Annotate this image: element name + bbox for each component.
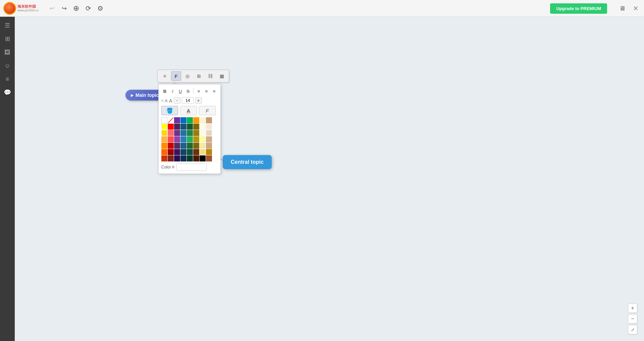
toolbar-font-btn[interactable]: F	[171, 71, 181, 81]
color-violet[interactable]	[174, 136, 180, 142]
color-tan[interactable]	[206, 117, 212, 123]
color-darkyellow[interactable]	[193, 124, 199, 130]
color-row-7	[161, 155, 218, 161]
color-steelblue[interactable]	[180, 149, 186, 155]
underline-btn[interactable]: U	[177, 87, 184, 95]
color-burntred[interactable]	[161, 149, 167, 155]
color-peach[interactable]	[161, 136, 167, 142]
toolbar-link-btn[interactable]: ⛓	[205, 71, 215, 81]
toolbar-shape-btn[interactable]: ◎	[182, 71, 193, 81]
color-gold[interactable]	[161, 130, 167, 136]
color-mediumgreen[interactable]	[187, 130, 193, 136]
color-goldenrod[interactable]	[206, 149, 212, 155]
undo-icon[interactable]: ↩	[47, 4, 57, 13]
color-deepviolet[interactable]	[174, 143, 180, 149]
connection-lines	[15, 17, 644, 341]
align-center-btn[interactable]: ≡	[203, 87, 210, 95]
topbar-right-icons: 🖥 ✕	[617, 0, 641, 17]
zoom-fit-btn[interactable]: ⤢	[628, 325, 637, 334]
color-scarlet[interactable]	[161, 155, 167, 161]
color-midnight[interactable]	[180, 155, 186, 161]
highlight-color-btn[interactable]: 🪣	[161, 106, 178, 115]
refresh-icon[interactable]: ⟳	[84, 4, 93, 13]
upgrade-button[interactable]: Upgrade to PREMIUM	[550, 3, 607, 14]
bold-btn[interactable]: B	[161, 87, 168, 95]
color-transparent[interactable]	[168, 117, 174, 123]
color-blue[interactable]	[180, 117, 186, 123]
color-purple[interactable]	[174, 117, 180, 123]
color-white[interactable]	[161, 117, 167, 123]
close-icon[interactable]: ✕	[631, 3, 641, 13]
settings-icon[interactable]: ⚙	[96, 4, 105, 13]
color-plum[interactable]	[174, 149, 180, 155]
color-black[interactable]	[200, 155, 206, 161]
color-lighttan[interactable]	[206, 124, 212, 130]
strikethrough-btn[interactable]: S	[184, 87, 192, 95]
color-brownish[interactable]	[193, 143, 199, 149]
color-lemonyellow[interactable]	[200, 143, 206, 149]
canvas: ≡ F ◎ ⊞ ⛓ ▦ B I U S ≡ ≡ ≡ A A A - 14 +	[15, 17, 644, 341]
color-mediumpurple[interactable]	[174, 130, 180, 136]
color-paleyellow[interactable]	[200, 130, 206, 136]
font-size-value[interactable]: 14	[182, 97, 194, 104]
color-butter[interactable]	[200, 136, 206, 142]
sidebar-item-list[interactable]: ≡	[1, 73, 13, 85]
font-size-increase-btn[interactable]: +	[195, 97, 202, 104]
align-right-btn[interactable]: ≡	[211, 87, 218, 95]
color-umber[interactable]	[193, 149, 199, 155]
color-wheat[interactable]	[206, 143, 212, 149]
zoom-out-btn[interactable]: −	[628, 314, 637, 324]
color-lightyellow[interactable]	[200, 117, 206, 123]
color-darkorange[interactable]	[161, 143, 167, 149]
toolbar-layout-btn[interactable]: ⊞	[194, 71, 204, 81]
font-size-decrease-btn[interactable]: -	[174, 97, 180, 104]
redo-icon[interactable]: ↪	[59, 4, 69, 13]
color-yellow[interactable]	[161, 124, 167, 130]
color-green[interactable]	[187, 117, 193, 123]
color-maroon[interactable]	[168, 155, 174, 161]
color-skyblue[interactable]	[180, 136, 186, 142]
add-node-icon[interactable]: ⊕	[71, 4, 81, 13]
central-topic-node[interactable]: Central topic	[223, 155, 272, 169]
color-bottle[interactable]	[187, 155, 193, 161]
color-dijon[interactable]	[200, 149, 206, 155]
color-caramel[interactable]	[206, 136, 212, 142]
color-darkgold[interactable]	[193, 130, 199, 136]
color-lightred[interactable]	[168, 130, 174, 136]
color-darkblue[interactable]	[180, 124, 186, 130]
sidebar-item-image[interactable]: 🖼	[1, 46, 13, 58]
color-lightyellow2[interactable]	[200, 124, 206, 130]
toolbar-more-btn[interactable]: ▦	[217, 71, 227, 81]
sidebar-item-comment[interactable]: 💬	[1, 86, 13, 98]
color-red[interactable]	[168, 124, 174, 130]
color-brightred[interactable]	[168, 136, 174, 142]
color-darkgreen[interactable]	[187, 124, 193, 130]
color-junglegreen[interactable]	[187, 143, 193, 149]
color-navyblue[interactable]	[180, 143, 186, 149]
color-darkpurple[interactable]	[174, 124, 180, 130]
zoom-in-btn[interactable]: +	[628, 303, 637, 313]
color-buttons-row: 🪣 A F	[161, 106, 218, 115]
color-sand[interactable]	[206, 130, 212, 136]
color-mediumblue[interactable]	[180, 130, 186, 136]
color-orange[interactable]	[193, 117, 199, 123]
sidebar-item-menu[interactable]: ☰	[1, 19, 13, 31]
color-aubergine[interactable]	[174, 155, 180, 161]
color-darkforest[interactable]	[187, 149, 193, 155]
color-forestgreen[interactable]	[187, 136, 193, 142]
toolbar-lines-btn[interactable]: ≡	[160, 71, 170, 81]
text-color-btn[interactable]: A	[180, 106, 197, 115]
sidebar-item-grid[interactable]: ⊞	[1, 33, 13, 45]
color-row-6	[161, 149, 218, 155]
color-chocolate[interactable]	[193, 155, 199, 161]
italic-btn[interactable]: I	[169, 87, 176, 95]
font-style-btn[interactable]: F	[199, 106, 216, 115]
color-crimson[interactable]	[168, 143, 174, 149]
align-left-btn[interactable]: ≡	[195, 87, 202, 95]
color-hash-input[interactable]	[176, 163, 207, 171]
color-amber[interactable]	[193, 136, 199, 142]
sidebar-item-emoji[interactable]: ☺	[1, 60, 13, 72]
color-darkmaroon[interactable]	[168, 149, 174, 155]
monitor-icon[interactable]: 🖥	[617, 3, 627, 13]
color-sienna[interactable]	[206, 155, 212, 161]
